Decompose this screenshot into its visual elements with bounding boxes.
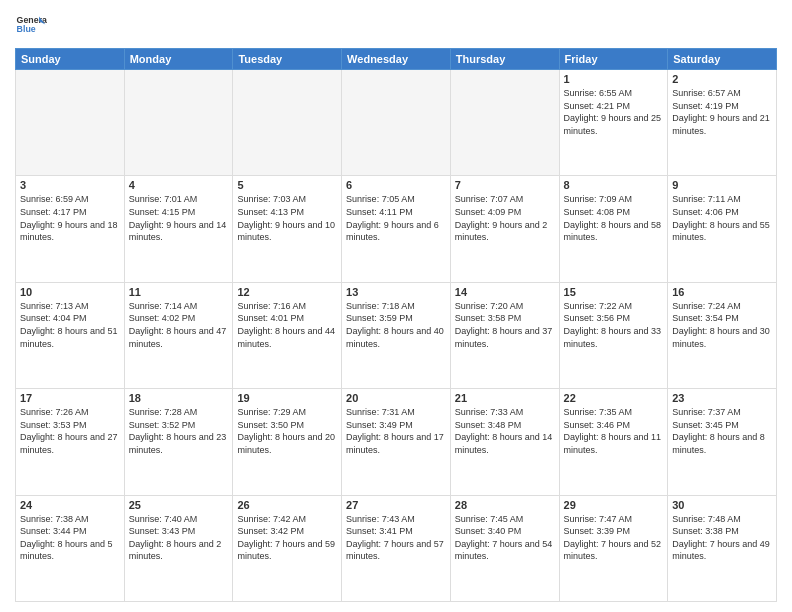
day-info: Sunrise: 7:45 AM Sunset: 3:40 PM Dayligh… <box>455 513 555 563</box>
day-cell <box>124 70 233 176</box>
day-info: Sunrise: 7:42 AM Sunset: 3:42 PM Dayligh… <box>237 513 337 563</box>
week-row-2: 3Sunrise: 6:59 AM Sunset: 4:17 PM Daylig… <box>16 176 777 282</box>
day-cell: 19Sunrise: 7:29 AM Sunset: 3:50 PM Dayli… <box>233 389 342 495</box>
day-cell: 16Sunrise: 7:24 AM Sunset: 3:54 PM Dayli… <box>668 282 777 388</box>
day-info: Sunrise: 7:47 AM Sunset: 3:39 PM Dayligh… <box>564 513 664 563</box>
calendar-table: SundayMondayTuesdayWednesdayThursdayFrid… <box>15 48 777 602</box>
day-info: Sunrise: 7:14 AM Sunset: 4:02 PM Dayligh… <box>129 300 229 350</box>
col-header-sunday: Sunday <box>16 49 125 70</box>
day-cell: 21Sunrise: 7:33 AM Sunset: 3:48 PM Dayli… <box>450 389 559 495</box>
day-info: Sunrise: 7:16 AM Sunset: 4:01 PM Dayligh… <box>237 300 337 350</box>
day-info: Sunrise: 7:09 AM Sunset: 4:08 PM Dayligh… <box>564 193 664 243</box>
col-header-friday: Friday <box>559 49 668 70</box>
week-row-4: 17Sunrise: 7:26 AM Sunset: 3:53 PM Dayli… <box>16 389 777 495</box>
day-cell: 26Sunrise: 7:42 AM Sunset: 3:42 PM Dayli… <box>233 495 342 601</box>
day-info: Sunrise: 7:18 AM Sunset: 3:59 PM Dayligh… <box>346 300 446 350</box>
col-header-thursday: Thursday <box>450 49 559 70</box>
day-number: 4 <box>129 179 229 191</box>
day-number: 30 <box>672 499 772 511</box>
day-cell: 2Sunrise: 6:57 AM Sunset: 4:19 PM Daylig… <box>668 70 777 176</box>
col-header-tuesday: Tuesday <box>233 49 342 70</box>
day-cell <box>342 70 451 176</box>
day-info: Sunrise: 7:05 AM Sunset: 4:11 PM Dayligh… <box>346 193 446 243</box>
day-cell: 7Sunrise: 7:07 AM Sunset: 4:09 PM Daylig… <box>450 176 559 282</box>
day-number: 17 <box>20 392 120 404</box>
day-number: 28 <box>455 499 555 511</box>
calendar-header-row: SundayMondayTuesdayWednesdayThursdayFrid… <box>16 49 777 70</box>
day-number: 27 <box>346 499 446 511</box>
day-info: Sunrise: 7:33 AM Sunset: 3:48 PM Dayligh… <box>455 406 555 456</box>
day-number: 13 <box>346 286 446 298</box>
day-info: Sunrise: 7:31 AM Sunset: 3:49 PM Dayligh… <box>346 406 446 456</box>
day-number: 26 <box>237 499 337 511</box>
day-info: Sunrise: 7:40 AM Sunset: 3:43 PM Dayligh… <box>129 513 229 563</box>
day-info: Sunrise: 6:55 AM Sunset: 4:21 PM Dayligh… <box>564 87 664 137</box>
day-info: Sunrise: 7:13 AM Sunset: 4:04 PM Dayligh… <box>20 300 120 350</box>
day-number: 9 <box>672 179 772 191</box>
day-info: Sunrise: 7:07 AM Sunset: 4:09 PM Dayligh… <box>455 193 555 243</box>
day-number: 15 <box>564 286 664 298</box>
day-number: 21 <box>455 392 555 404</box>
day-info: Sunrise: 7:29 AM Sunset: 3:50 PM Dayligh… <box>237 406 337 456</box>
day-info: Sunrise: 7:20 AM Sunset: 3:58 PM Dayligh… <box>455 300 555 350</box>
day-cell: 29Sunrise: 7:47 AM Sunset: 3:39 PM Dayli… <box>559 495 668 601</box>
day-number: 10 <box>20 286 120 298</box>
day-info: Sunrise: 6:57 AM Sunset: 4:19 PM Dayligh… <box>672 87 772 137</box>
day-info: Sunrise: 7:43 AM Sunset: 3:41 PM Dayligh… <box>346 513 446 563</box>
day-cell: 13Sunrise: 7:18 AM Sunset: 3:59 PM Dayli… <box>342 282 451 388</box>
day-cell: 28Sunrise: 7:45 AM Sunset: 3:40 PM Dayli… <box>450 495 559 601</box>
day-number: 12 <box>237 286 337 298</box>
day-number: 19 <box>237 392 337 404</box>
day-number: 29 <box>564 499 664 511</box>
day-info: Sunrise: 7:26 AM Sunset: 3:53 PM Dayligh… <box>20 406 120 456</box>
day-cell: 14Sunrise: 7:20 AM Sunset: 3:58 PM Dayli… <box>450 282 559 388</box>
day-cell: 5Sunrise: 7:03 AM Sunset: 4:13 PM Daylig… <box>233 176 342 282</box>
day-cell: 27Sunrise: 7:43 AM Sunset: 3:41 PM Dayli… <box>342 495 451 601</box>
day-info: Sunrise: 6:59 AM Sunset: 4:17 PM Dayligh… <box>20 193 120 243</box>
day-number: 1 <box>564 73 664 85</box>
day-info: Sunrise: 7:22 AM Sunset: 3:56 PM Dayligh… <box>564 300 664 350</box>
day-number: 11 <box>129 286 229 298</box>
day-cell: 18Sunrise: 7:28 AM Sunset: 3:52 PM Dayli… <box>124 389 233 495</box>
day-number: 16 <box>672 286 772 298</box>
week-row-5: 24Sunrise: 7:38 AM Sunset: 3:44 PM Dayli… <box>16 495 777 601</box>
day-number: 22 <box>564 392 664 404</box>
day-cell <box>233 70 342 176</box>
day-cell: 30Sunrise: 7:48 AM Sunset: 3:38 PM Dayli… <box>668 495 777 601</box>
day-cell: 20Sunrise: 7:31 AM Sunset: 3:49 PM Dayli… <box>342 389 451 495</box>
day-cell <box>16 70 125 176</box>
day-cell: 11Sunrise: 7:14 AM Sunset: 4:02 PM Dayli… <box>124 282 233 388</box>
day-cell: 24Sunrise: 7:38 AM Sunset: 3:44 PM Dayli… <box>16 495 125 601</box>
svg-text:Blue: Blue <box>17 24 36 34</box>
logo: General Blue <box>15 10 47 42</box>
day-info: Sunrise: 7:11 AM Sunset: 4:06 PM Dayligh… <box>672 193 772 243</box>
day-number: 20 <box>346 392 446 404</box>
day-number: 8 <box>564 179 664 191</box>
day-number: 25 <box>129 499 229 511</box>
day-number: 14 <box>455 286 555 298</box>
week-row-3: 10Sunrise: 7:13 AM Sunset: 4:04 PM Dayli… <box>16 282 777 388</box>
logo-icon: General Blue <box>15 10 47 42</box>
day-number: 7 <box>455 179 555 191</box>
day-number: 24 <box>20 499 120 511</box>
col-header-wednesday: Wednesday <box>342 49 451 70</box>
day-number: 2 <box>672 73 772 85</box>
day-cell: 9Sunrise: 7:11 AM Sunset: 4:06 PM Daylig… <box>668 176 777 282</box>
day-number: 6 <box>346 179 446 191</box>
day-cell: 10Sunrise: 7:13 AM Sunset: 4:04 PM Dayli… <box>16 282 125 388</box>
page-header: General Blue <box>15 10 777 42</box>
day-cell: 22Sunrise: 7:35 AM Sunset: 3:46 PM Dayli… <box>559 389 668 495</box>
day-info: Sunrise: 7:38 AM Sunset: 3:44 PM Dayligh… <box>20 513 120 563</box>
day-info: Sunrise: 7:24 AM Sunset: 3:54 PM Dayligh… <box>672 300 772 350</box>
day-info: Sunrise: 7:03 AM Sunset: 4:13 PM Dayligh… <box>237 193 337 243</box>
day-cell <box>450 70 559 176</box>
week-row-1: 1Sunrise: 6:55 AM Sunset: 4:21 PM Daylig… <box>16 70 777 176</box>
day-info: Sunrise: 7:37 AM Sunset: 3:45 PM Dayligh… <box>672 406 772 456</box>
day-cell: 8Sunrise: 7:09 AM Sunset: 4:08 PM Daylig… <box>559 176 668 282</box>
day-info: Sunrise: 7:35 AM Sunset: 3:46 PM Dayligh… <box>564 406 664 456</box>
day-info: Sunrise: 7:48 AM Sunset: 3:38 PM Dayligh… <box>672 513 772 563</box>
day-cell: 3Sunrise: 6:59 AM Sunset: 4:17 PM Daylig… <box>16 176 125 282</box>
day-cell: 4Sunrise: 7:01 AM Sunset: 4:15 PM Daylig… <box>124 176 233 282</box>
day-cell: 23Sunrise: 7:37 AM Sunset: 3:45 PM Dayli… <box>668 389 777 495</box>
day-info: Sunrise: 7:01 AM Sunset: 4:15 PM Dayligh… <box>129 193 229 243</box>
